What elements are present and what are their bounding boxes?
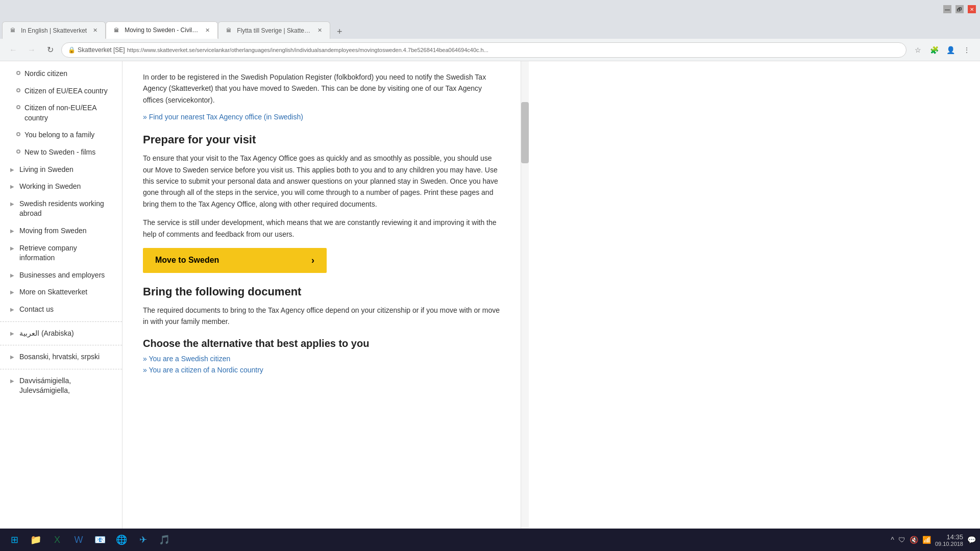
sidebar-divider-2: [0, 345, 122, 345]
tab-3[interactable]: 🏛 Flytta till Sverige | Skatteverket ✕: [218, 21, 330, 39]
sidebar: Nordic citizen Citizen of EU/EEA country…: [0, 61, 122, 529]
start-button[interactable]: ⊞: [4, 531, 24, 549]
sidebar-item-living-in-sweden[interactable]: ▶ Living in Sweden: [0, 161, 122, 179]
clock: 14:35 09.10.2018: [935, 533, 963, 547]
sidebar-label: Citizen of non-EU/EEA country: [24, 103, 114, 123]
sidebar-item-bosanski[interactable]: ▶ Bosanski, hrvatski, srpski: [0, 348, 122, 366]
sidebar-item-contact-us[interactable]: ▶ Contact us: [0, 301, 122, 318]
taskbar-chrome[interactable]: 🌐: [111, 531, 132, 549]
tab-1-favicon: 🏛: [9, 27, 17, 35]
chevron-icon: ▶: [10, 272, 15, 279]
chevron-icon: ▶: [10, 228, 15, 235]
citizen-link-nordic[interactable]: You are a citizen of a Nordic country: [143, 366, 500, 374]
title-bar: — 🗗 ✕: [0, 0, 980, 18]
tab-2[interactable]: 🏛 Moving to Sweden - Civil registr... ✕: [106, 21, 218, 39]
sidebar-item-working-in-sweden[interactable]: ▶ Working in Sweden: [0, 178, 122, 195]
prepare-heading: Prepare for your visit: [143, 133, 500, 146]
sidebar-item-davvisami[interactable]: ▶ Davvisámigiella, Julevsámigiella,: [0, 372, 122, 399]
tab-2-favicon: 🏛: [112, 26, 120, 34]
chevron-icon: ▶: [10, 289, 15, 296]
tab-bar: 🏛 In English | Skatteverket ✕ 🏛 Moving t…: [0, 18, 980, 39]
prepare-para2: The service is still under development, …: [143, 217, 500, 240]
sidebar-item-non-eu[interactable]: Citizen of non-EU/EEA country: [0, 99, 122, 127]
sidebar-item-arabiska[interactable]: ▶ العربية (Arabiska): [0, 325, 122, 342]
taskbar-telegram[interactable]: ✈: [133, 531, 153, 549]
taskbar-file-explorer[interactable]: 📁: [26, 531, 46, 549]
taskbar: ⊞ 📁 X W 📧 🌐 ✈ 🎵 ^ 🛡 🔇 📶 14:35: [0, 529, 980, 551]
move-to-sweden-button[interactable]: Move to Sweden ›: [143, 248, 327, 273]
date-display: 09.10.2018: [935, 541, 963, 547]
sidebar-item-more-skatteverket[interactable]: ▶ More on Skatteverket: [0, 284, 122, 301]
sidebar-label: You belong to a family: [24, 130, 94, 140]
chevron-icon: ▶: [10, 306, 15, 313]
address-actions: ☆ 🧩 👤 ⋮: [911, 43, 974, 57]
sidebar-divider-3: [0, 369, 122, 369]
scrollbar[interactable]: [521, 61, 529, 529]
tab-2-close[interactable]: ✕: [203, 26, 211, 34]
move-btn-label: Move to Sweden: [155, 256, 219, 265]
sidebar-label: Bosanski, hrvatski, srpski: [19, 352, 100, 362]
minimize-button[interactable]: —: [943, 5, 951, 13]
chevron-icon: ▶: [10, 354, 15, 361]
tab-3-close[interactable]: ✕: [315, 27, 324, 35]
sidebar-item-new-to-sweden[interactable]: New to Sweden - films: [0, 144, 122, 161]
forward-button[interactable]: →: [24, 43, 39, 57]
sidebar-item-moving-from-sweden[interactable]: ▶ Moving from Sweden: [0, 222, 122, 240]
address-url: https://www.skatteverket.se/servicelanka…: [127, 47, 488, 53]
sidebar-label: Contact us: [19, 305, 54, 315]
sidebar-item-swedish-residents[interactable]: ▶ Swedish residents working abroad: [0, 195, 122, 222]
sidebar-label: New to Sweden - films: [24, 147, 95, 158]
bullet-icon: [16, 71, 20, 75]
profile-button[interactable]: 👤: [943, 43, 958, 57]
tab-3-title: Flytta till Sverige | Skatteverket: [237, 27, 311, 34]
sidebar-item-eu-eea[interactable]: Citizen of EU/EEA country: [0, 83, 122, 100]
taskbar-word[interactable]: W: [68, 531, 89, 549]
new-tab-button[interactable]: +: [332, 24, 347, 39]
tab-1-title: In English | Skatteverket: [21, 27, 87, 34]
sidebar-item-retrieve-company[interactable]: ▶ Retrieve company information: [0, 240, 122, 267]
address-input[interactable]: 🔒 Skatteverket [SE] https://www.skatteve…: [61, 42, 906, 58]
sidebar-label: Living in Sweden: [19, 165, 74, 175]
menu-button[interactable]: ⋮: [960, 43, 974, 57]
notification-icon[interactable]: 💬: [967, 536, 976, 544]
prepare-para1: To ensure that your visit to the Tax Age…: [143, 153, 500, 210]
sidebar-label: Swedish residents working abroad: [19, 199, 114, 219]
maximize-button[interactable]: 🗗: [955, 5, 964, 13]
bookmark-button[interactable]: ☆: [911, 43, 925, 57]
chevron-icon: ▶: [10, 330, 15, 337]
refresh-button[interactable]: ↻: [43, 43, 57, 57]
tab-1[interactable]: 🏛 In English | Skatteverket ✕: [2, 21, 106, 39]
taskbar-outlook[interactable]: 📧: [90, 531, 110, 549]
network-icon[interactable]: 📶: [922, 536, 931, 544]
file-explorer-icon: 📁: [30, 534, 42, 546]
chevron-icon: ▶: [10, 201, 15, 208]
close-button[interactable]: ✕: [968, 5, 976, 13]
back-button[interactable]: ←: [6, 43, 20, 57]
choose-heading: Choose the alternative that best applies…: [143, 338, 500, 349]
extensions-button[interactable]: 🧩: [927, 43, 941, 57]
citizen-link-swedish[interactable]: You are a Swedish citizen: [143, 355, 500, 363]
chevron-icon: ▶: [10, 183, 15, 190]
find-office-link[interactable]: » Find your nearest Tax Agency office (i…: [143, 113, 303, 121]
tab-3-favicon: 🏛: [225, 27, 233, 35]
up-arrow-icon[interactable]: ^: [891, 536, 894, 544]
taskbar-spotify[interactable]: 🎵: [154, 531, 175, 549]
title-bar-controls: — 🗗 ✕: [943, 5, 976, 13]
intro-paragraph: In order to be registered in the Swedish…: [143, 71, 500, 106]
telegram-icon: ✈: [137, 534, 149, 546]
sidebar-label: Moving from Sweden: [19, 226, 87, 236]
sidebar-item-nordic-citizen[interactable]: Nordic citizen: [0, 65, 122, 83]
bullet-icon: [16, 132, 20, 136]
taskbar-excel[interactable]: X: [47, 531, 67, 549]
sidebar-item-businesses-employers[interactable]: ▶ Businesses and employers: [0, 267, 122, 284]
sidebar-label: Retrieve company information: [19, 243, 114, 263]
sidebar-item-belong-family[interactable]: You belong to a family: [0, 127, 122, 144]
tab-2-title: Moving to Sweden - Civil registr...: [125, 27, 199, 34]
sidebar-label: Businesses and employers: [19, 270, 105, 281]
site-name: Skatteverket [SE]: [78, 46, 125, 54]
sidebar-label: Davvisámigiella, Julevsámigiella,: [19, 376, 114, 396]
excel-icon: X: [51, 534, 63, 546]
antivirus-icon[interactable]: 🛡: [898, 536, 905, 544]
volume-icon[interactable]: 🔇: [910, 536, 918, 544]
tab-1-close[interactable]: ✕: [91, 27, 99, 35]
